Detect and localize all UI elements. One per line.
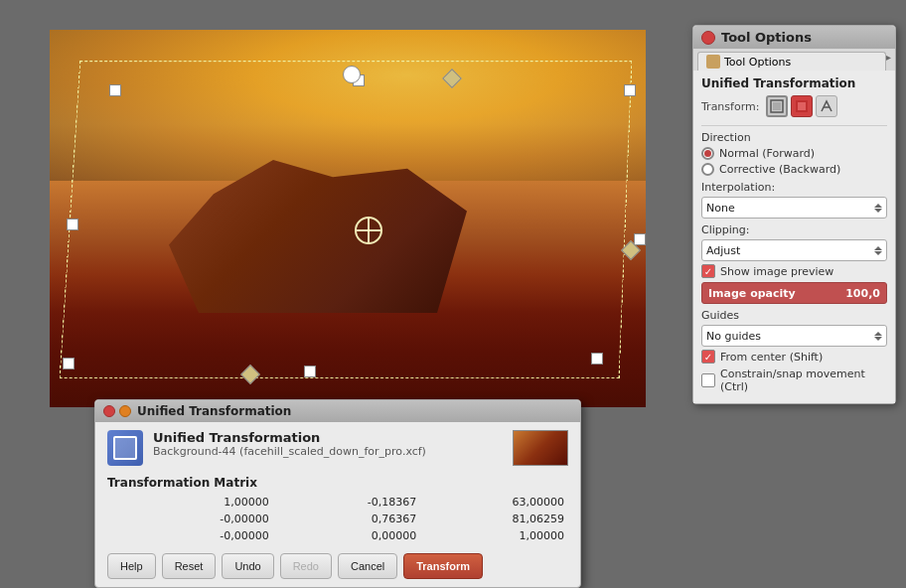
matrix-grid: 1,00000 -0,18367 63,00000 -0,00000 0,763… [107, 495, 568, 543]
dialog-header: Unified Transformation Background-44 (fa… [107, 430, 568, 466]
tab-icon [706, 55, 720, 69]
panel-tab-arrow[interactable]: ▸ [886, 52, 891, 71]
matrix-section: Transformation Matrix 1,00000 -0,18367 6… [107, 476, 568, 543]
radio-corrective-label: Corrective (Backward) [719, 163, 840, 176]
matrix-cell-0-0: 1,00000 [127, 495, 273, 510]
matrix-cell-0-2: 63,00000 [422, 495, 568, 510]
dialog-icon [107, 430, 143, 466]
show-preview-checkbox[interactable] [701, 264, 715, 278]
tool-options-panel: Tool Options Tool Options ▸ Unified Tran… [692, 25, 896, 404]
dialog-content: Unified Transformation Background-44 (fa… [95, 422, 580, 587]
constrain-checkbox-item[interactable]: Constrain/snap movement (Ctrl) [701, 368, 887, 393]
direction-label: Direction [701, 131, 887, 144]
transform-btn-3[interactable] [816, 95, 837, 117]
cancel-button[interactable]: Cancel [338, 553, 397, 579]
clipping-label: Clipping: [701, 223, 887, 236]
from-center-checkbox[interactable] [701, 350, 715, 364]
redo-button[interactable]: Redo [280, 553, 332, 579]
radio-corrective-dot[interactable] [701, 163, 714, 176]
opacity-label: Image opacity [708, 287, 796, 300]
dialog-heading: Unified Transformation [153, 430, 503, 445]
sky-glow [50, 30, 646, 181]
transform-btn-1[interactable] [766, 95, 788, 117]
dialog-close-buttons [103, 405, 131, 417]
dialog-subtitle: Background-44 (facehill_scaled_down_for_… [153, 445, 503, 458]
clipping-value: Adjust [706, 244, 740, 257]
matrix-cell-2-0: -0,00000 [127, 528, 273, 543]
matrix-cell-1-1: 0,76367 [275, 512, 421, 526]
dialog-title: Unified Transformation [137, 404, 291, 418]
opacity-value: 100,0 [845, 287, 880, 300]
matrix-cell-2-1: 0,00000 [275, 528, 421, 543]
divider-1 [701, 125, 887, 126]
landscape-image [50, 30, 646, 407]
matrix-cell-2-2: 1,00000 [422, 528, 568, 543]
panel-content: Unified Transformation Transform: Direct… [693, 71, 895, 403]
show-preview-label: Show image preview [720, 265, 833, 278]
radio-normal-label: Normal (Forward) [719, 147, 815, 160]
clipping-select[interactable]: Adjust [701, 239, 887, 261]
matrix-title: Transformation Matrix [107, 476, 568, 490]
transform-btn-2[interactable] [791, 95, 813, 117]
transform-label: Transform: [701, 100, 759, 113]
panel-tab-bar: Tool Options ▸ [693, 49, 895, 71]
matrix-cell-1-0: -0,00000 [127, 512, 273, 526]
from-center-label: From center (Shift) [720, 351, 823, 364]
guides-arrow [874, 332, 882, 341]
direction-radio-group: Normal (Forward) Corrective (Backward) [701, 147, 887, 176]
tab-label: Tool Options [724, 56, 791, 69]
guides-select[interactable]: No guides [701, 325, 887, 347]
transform-button[interactable]: Transform [403, 553, 483, 579]
image-container [50, 30, 646, 407]
svg-rect-1 [773, 102, 781, 110]
guides-value: No guides [706, 330, 761, 343]
dialog-buttons: Help Reset Undo Redo Cancel Transform [107, 553, 568, 579]
radio-normal[interactable]: Normal (Forward) [701, 147, 887, 160]
svg-rect-3 [798, 102, 806, 110]
interpolation-arrow [874, 204, 882, 213]
undo-button[interactable]: Undo [222, 553, 273, 579]
panel-title: Tool Options [721, 30, 812, 45]
tool-options-tab[interactable]: Tool Options [697, 52, 886, 71]
transform-dialog: Unified Transformation Unified Transform… [94, 399, 581, 588]
panel-titlebar: Tool Options [693, 26, 895, 49]
from-center-checkbox-item[interactable]: From center (Shift) [701, 350, 887, 364]
matrix-cell-1-2: 81,06259 [422, 512, 568, 526]
interpolation-select[interactable]: None [701, 197, 887, 219]
clipping-arrow [874, 246, 882, 255]
show-preview-checkbox-item[interactable]: Show image preview [701, 264, 887, 278]
constrain-checkbox[interactable] [701, 373, 715, 387]
dialog-titlebar: Unified Transformation [95, 400, 580, 422]
opacity-field[interactable]: Image opacity 100,0 [701, 282, 887, 304]
panel-close-button[interactable] [701, 31, 715, 45]
canvas-area [10, 10, 666, 427]
reset-button[interactable]: Reset [162, 553, 217, 579]
help-button[interactable]: Help [107, 553, 156, 579]
matrix-cell-0-1: -0,18367 [275, 495, 421, 510]
constrain-label: Constrain/snap movement (Ctrl) [720, 368, 887, 393]
guides-label: Guides [701, 309, 887, 322]
transform-icons-row: Transform: [701, 95, 887, 117]
interpolation-value: None [706, 202, 735, 215]
dialog-icon-inner [113, 436, 137, 460]
dialog-close-button[interactable] [103, 405, 115, 417]
dialog-minimize-button[interactable] [119, 405, 131, 417]
interpolation-label: Interpolation: [701, 181, 887, 194]
radio-corrective[interactable]: Corrective (Backward) [701, 163, 887, 176]
dialog-info: Unified Transformation Background-44 (fa… [153, 430, 503, 458]
radio-normal-dot[interactable] [701, 147, 714, 160]
section-title: Unified Transformation [701, 76, 887, 90]
dialog-thumbnail [513, 430, 568, 466]
